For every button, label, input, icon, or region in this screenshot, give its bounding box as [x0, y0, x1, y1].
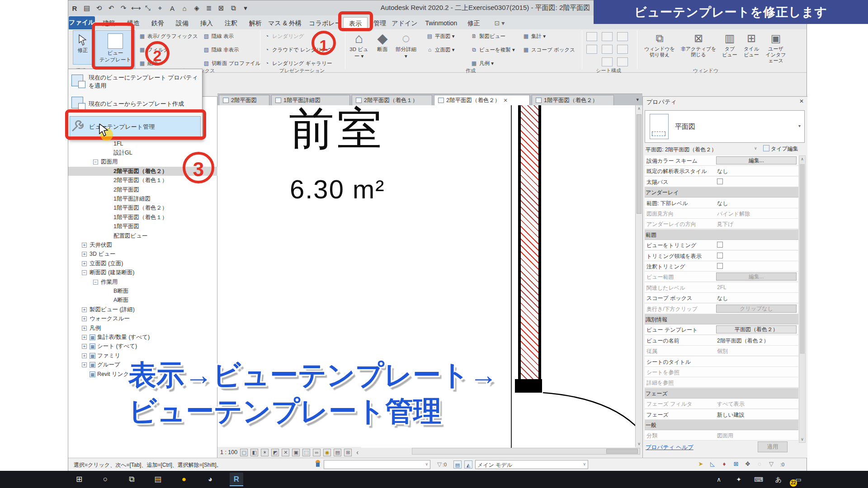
type-edit-button[interactable]: タイプ編集: [763, 145, 798, 153]
properties-help-link[interactable]: プロパティ ヘルプ: [646, 444, 693, 451]
revit-taskbar-button[interactable]: R: [230, 473, 243, 486]
sun-path-icon[interactable]: ☀: [261, 449, 269, 456]
crop-view-icon[interactable]: ▣: [292, 449, 300, 456]
property-group-header[interactable]: アンダーレイ: [645, 187, 798, 197]
tree-collapse-icon[interactable]: −: [82, 270, 87, 275]
shadows-icon[interactable]: ◩: [271, 449, 279, 456]
sheet-compose-icon-1-2[interactable]: [617, 45, 628, 54]
tree-item[interactable]: 2階平面図（着色１）: [68, 176, 217, 185]
sheet-compose-icon-0-0[interactable]: [586, 32, 597, 41]
modify-button[interactable]: 修正: [73, 30, 93, 65]
ribbon-tab-構造[interactable]: 構造: [123, 17, 143, 29]
window-switch-windows-button[interactable]: ⧉ウィンドウを 切り替え: [641, 30, 679, 69]
tree-expand-icon[interactable]: +: [82, 307, 87, 312]
property-checkbox[interactable]: [717, 178, 723, 184]
sheet-compose-icon-1-1[interactable]: [602, 45, 613, 54]
property-group-header[interactable]: 識別情報: [645, 314, 798, 324]
selection-filter-icon[interactable]: ▽: [767, 460, 775, 468]
window-tile-views-button[interactable]: ⊞タイル ビュー: [740, 30, 763, 69]
tree-item[interactable]: +製図ビュー (詳細): [68, 305, 217, 314]
drag-elements-icon[interactable]: ◺: [708, 460, 717, 468]
temporary-view-properties-icon[interactable]: ▤: [334, 449, 341, 456]
press-drag-icon[interactable]: ➤: [697, 460, 705, 468]
default-3d-view-icon[interactable]: ⌂: [180, 5, 189, 12]
hidden-lines-item-1[interactable]: ▧隠線 非表示: [203, 47, 239, 53]
app-yellow-button[interactable]: ●: [177, 473, 191, 486]
schedule-button[interactable]: ▦集計 ▾: [523, 33, 546, 40]
view-tab-list-icon[interactable]: ▾: [636, 97, 639, 103]
property-group-header[interactable]: 範囲: [645, 230, 798, 240]
customize-qat-icon[interactable]: ▾: [241, 4, 250, 12]
tree-item[interactable]: +▦集計表/数量 (すべて): [68, 333, 217, 342]
tray-expand-icon[interactable]: ∧: [712, 473, 726, 486]
view-tab-0[interactable]: 2階平面図: [219, 95, 269, 106]
tree-expand-icon[interactable]: +: [82, 316, 87, 321]
property-edit-button[interactable]: 平面図（着色２）: [716, 325, 797, 333]
plan-view-button[interactable]: ▤平面図 ▾: [426, 33, 454, 40]
tree-item[interactable]: −断面図 (建築断面): [68, 268, 217, 277]
tree-item[interactable]: −作業用: [68, 277, 217, 286]
notification-button[interactable]: ▭22: [792, 473, 805, 486]
view-template-button[interactable]: ビューテンプレート: [95, 30, 135, 70]
property-checkbox[interactable]: [717, 263, 723, 269]
temporary-hide-isolate-icon[interactable]: ∞: [313, 449, 321, 456]
property-edit-button[interactable]: 編集...: [716, 272, 797, 281]
tree-expand-icon[interactable]: +: [82, 252, 87, 257]
property-edit-button[interactable]: 編集...: [716, 156, 797, 164]
hidden-lines-item-0[interactable]: ▧隠線 表示: [203, 33, 234, 40]
design-option-select[interactable]: メイン モデル: [475, 460, 588, 469]
tree-expand-icon[interactable]: +: [82, 243, 87, 248]
properties-window-icon[interactable]: ▤: [82, 4, 91, 12]
property-group-header[interactable]: フェーズ: [645, 388, 798, 399]
menu-item-0[interactable]: 現在のビューにテンプレート プロパティを適用: [70, 72, 201, 92]
create-callout-button[interactable]: ◌部分詳細 ▾: [395, 30, 417, 69]
properties-close-icon[interactable]: ✕: [799, 98, 804, 104]
ribbon-tab-鉄骨[interactable]: 鉄骨: [148, 17, 168, 29]
tree-item[interactable]: 1階平面図: [68, 222, 217, 231]
aligned-dimension-icon[interactable]: ⤡: [143, 4, 152, 12]
tree-item[interactable]: B断面: [68, 286, 217, 296]
ribbon-tab-アドイン[interactable]: アドイン: [391, 17, 418, 29]
sheet-compose-icon-2-1[interactable]: [602, 57, 613, 66]
scroll-thumb[interactable]: [637, 114, 642, 214]
show-crop-region-icon[interactable]: ⬚: [302, 449, 310, 456]
ribbon-tab-修正[interactable]: 修正: [462, 17, 485, 29]
graphics-item-0[interactable]: ▦表示/ グラフィックス: [139, 33, 198, 40]
tree-item[interactable]: +凡例: [68, 324, 217, 333]
property-checkbox[interactable]: [717, 253, 723, 258]
start-button[interactable]: ⊞: [72, 473, 86, 486]
section-icon[interactable]: ◈: [192, 4, 201, 12]
tree-item[interactable]: 1階平面図（着色１）: [68, 213, 217, 222]
property-value[interactable]: 2階平面図（着色２）: [717, 337, 797, 345]
instance-filter-dropdown-icon[interactable]: ∨: [754, 146, 757, 150]
tree-item[interactable]: 1FL: [68, 139, 217, 148]
text-icon[interactable]: A: [168, 5, 177, 12]
apply-button[interactable]: 適用: [758, 441, 788, 452]
browser-button[interactable]: ◕: [203, 473, 217, 486]
graphics-item-1[interactable]: ▦フィルタ: [139, 47, 169, 53]
tree-collapse-icon[interactable]: −: [93, 280, 98, 285]
ribbon-tab-マス & 外構[interactable]: マス & 外構: [265, 17, 304, 29]
file-explorer-button[interactable]: ▤: [151, 473, 165, 486]
tree-item[interactable]: +▦シート (すべて): [68, 342, 217, 351]
design-options-pick-icon[interactable]: ◭: [464, 460, 472, 469]
tree-item[interactable]: 設計GL: [68, 148, 217, 157]
canvas-horizontal-scrollbar[interactable]: [412, 448, 640, 455]
tray-app-icon[interactable]: ✦: [732, 473, 745, 486]
ribbon-tab-Twinmotion[interactable]: Twinmotion: [420, 17, 462, 29]
reveal-hidden-elements-icon[interactable]: ◉: [323, 449, 331, 456]
ribbon-tab-file[interactable]: ファイル: [69, 16, 95, 29]
keyboard-icon[interactable]: ⌨: [752, 473, 765, 486]
window-tab-views-button[interactable]: ▥タブ ビュー: [718, 30, 741, 69]
properties-scroll-down-icon[interactable]: ∨: [799, 437, 805, 441]
elevation-view-button[interactable]: ⌂立面図 ▾: [426, 47, 454, 53]
tree-item[interactable]: −図面用: [68, 158, 217, 167]
undo-icon[interactable]: ↶: [107, 4, 116, 12]
switch-windows-icon[interactable]: ⧉: [229, 4, 238, 12]
tree-item[interactable]: +立面図 (立面): [68, 259, 217, 268]
type-selector[interactable]: 平面図▾: [645, 110, 805, 143]
presentation-item-0[interactable]: ◔レンダリング: [264, 33, 304, 40]
pin-objects-icon[interactable]: ♦: [720, 460, 728, 468]
design-options-icon[interactable]: ▤: [453, 460, 462, 469]
tree-item[interactable]: 2階平面図: [68, 185, 217, 194]
